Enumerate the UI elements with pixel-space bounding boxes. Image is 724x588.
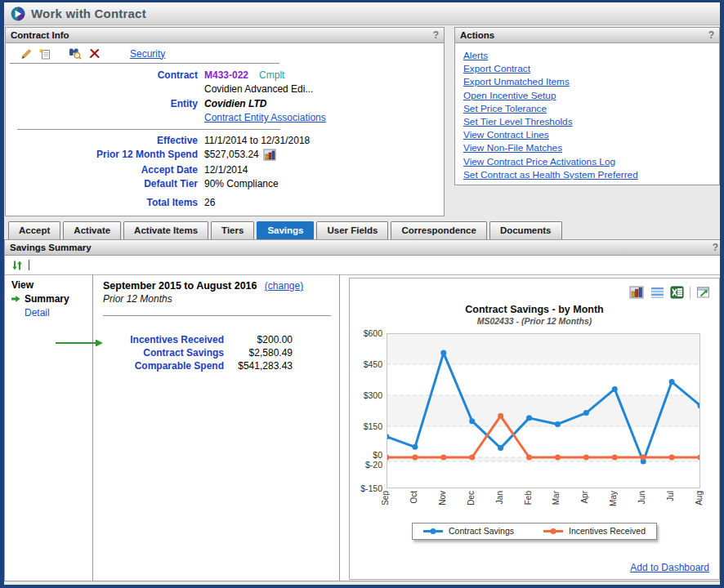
x-tick-label: May — [609, 491, 618, 506]
open-new-window-icon[interactable] — [696, 286, 711, 299]
x-tick-label: Mar — [552, 491, 561, 505]
contract-info-title: Contract Info — [11, 30, 69, 40]
toolbar-separator — [29, 260, 29, 270]
field-value: $527,053.24 — [204, 148, 259, 162]
action-link-export-unmatched-items[interactable]: Export Unmatched Items — [463, 75, 711, 88]
x-tick-label: Nov — [438, 491, 447, 506]
line-chart-plot — [387, 333, 700, 488]
summary-value: $200.00 — [224, 335, 293, 348]
summary-column: September 2015 to August 2016 (change) P… — [94, 274, 340, 581]
edit-pencil-icon[interactable] — [20, 48, 32, 60]
icon-separator — [690, 287, 690, 299]
field-value: 11/1/2014 to 12/31/2018 — [204, 134, 310, 148]
action-link-export-contract[interactable]: Export Contract — [463, 62, 711, 75]
action-link-set-price-tolerance[interactable]: Set Price Tolerance — [463, 102, 711, 115]
x-axis-labels: SepOctNovDecJanFebMarAprMayJunJulAug — [387, 488, 700, 518]
tab-accept[interactable]: Accept — [8, 221, 60, 239]
tab-documents[interactable]: Documents — [489, 221, 562, 239]
y-tick-label: $600 — [364, 328, 382, 338]
fields-divider — [17, 129, 280, 130]
contract-label: Contract — [6, 69, 204, 82]
tab-tiers[interactable]: Tiers — [211, 221, 254, 239]
action-link-view-contract-lines[interactable]: View Contract Lines — [463, 128, 711, 141]
y-tick-label: $0 — [373, 450, 382, 460]
legend-marker — [543, 528, 563, 535]
page-title: Work with Contract — [31, 7, 146, 20]
contract-number: M433-022 — [204, 69, 248, 82]
x-tick-label: Oct — [409, 491, 418, 504]
field-label: Effective — [6, 134, 204, 148]
field-label: Prior 12 Month Spend — [6, 148, 204, 162]
view-heading: View — [11, 279, 92, 291]
summary-table: Incentives Received$200.00 Contract Savi… — [103, 335, 293, 374]
tab-activate[interactable]: Activate — [63, 221, 121, 239]
title-bar: Work with Contract — [4, 2, 720, 25]
tab-user-fields[interactable]: User Fields — [316, 221, 388, 239]
summary-value: $541,283.43 — [224, 361, 293, 374]
tab-savings[interactable]: Savings — [257, 221, 314, 239]
x-tick-label: Aug — [695, 491, 704, 506]
period-note: Prior 12 Months — [103, 293, 339, 305]
help-icon[interactable]: ? — [433, 29, 439, 41]
action-link-set-contract-health-system-preferred[interactable]: Set Contract as Health System Preferred — [463, 168, 711, 181]
chart-view-icon[interactable] — [629, 286, 645, 299]
summary-value: $2,580.49 — [224, 348, 293, 361]
x-tick-label: Apr — [580, 491, 589, 504]
data-table-icon[interactable] — [650, 287, 664, 298]
change-period-link[interactable]: (change) — [265, 280, 303, 292]
period-range: September 2015 to August 2016 — [103, 280, 257, 292]
tab-activate-items[interactable]: Activate Items — [123, 221, 208, 239]
field-value: 26 — [204, 196, 215, 210]
action-link-view-contract-price-activations-log[interactable]: View Contract Price Activations Log — [463, 155, 711, 168]
x-tick-label: Jul — [666, 491, 675, 501]
spend-chart-icon[interactable] — [263, 149, 277, 161]
tab-correspondence[interactable]: Correspondence — [391, 221, 486, 239]
y-tick-label: $300 — [364, 390, 382, 400]
security-link[interactable]: Security — [130, 48, 165, 60]
svg-text:✱: ✱ — [39, 48, 44, 54]
refresh-icon[interactable] — [11, 260, 23, 271]
current-view-arrow-icon — [11, 295, 20, 303]
actions-panel: Actions ? Alerts Export Contract Export … — [454, 27, 720, 185]
find-binoculars-icon[interactable] — [69, 47, 82, 60]
app-logo-icon — [11, 7, 25, 21]
help-icon[interactable]: ? — [713, 242, 718, 253]
summary-label: Comparable Spend — [103, 361, 224, 374]
app-window: Work with Contract Contract Info ? ✱ — [0, 0, 724, 588]
help-icon[interactable]: ? — [708, 29, 714, 41]
contract-status-badge: Cmplt — [259, 69, 284, 82]
action-link-alerts[interactable]: Alerts — [463, 49, 711, 62]
tab-bar: Accept Activate Activate Items Tiers Sav… — [8, 220, 562, 239]
action-link-view-non-file-matches[interactable]: View Non-File Matches — [463, 141, 711, 154]
add-to-dashboard-link[interactable]: Add to Dashboard — [630, 562, 709, 573]
legend-item: Incentives Received — [543, 526, 646, 536]
y-axis-labels: $600$450$300$150$0$-20$-150 — [350, 333, 387, 488]
export-excel-icon[interactable] — [670, 286, 684, 299]
y-tick-label: $-150 — [360, 483, 382, 493]
toolbar-divider — [10, 63, 279, 64]
view-sidebar: View Summary Detail — [5, 274, 93, 581]
copy-note-icon[interactable]: ✱ — [39, 48, 51, 60]
field-value: 90% Compliance — [204, 177, 279, 191]
chart-subtitle: MS02433 - (Prior 12 Months) — [350, 316, 719, 326]
legend-label: Contract Savings — [449, 526, 514, 536]
contract-entity-associations-link[interactable]: Contract Entity Associations — [204, 111, 326, 125]
entity-name: Covidien LTD — [204, 97, 266, 111]
y-tick-label: $450 — [364, 359, 382, 369]
y-tick-label: $-20 — [365, 460, 382, 470]
chart-panel: Contract Savings - by Month MS02433 - (P… — [349, 278, 720, 580]
savings-summary-title: Savings Summary — [10, 243, 92, 252]
legend-marker — [423, 528, 443, 535]
field-label: Default Tier — [6, 177, 204, 191]
action-link-open-incentive-setup[interactable]: Open Incentive Setup — [463, 89, 711, 102]
legend-item: Contract Savings — [423, 526, 514, 536]
chart-legend: Contract SavingsIncentives Received — [412, 523, 657, 540]
legend-label: Incentives Received — [569, 526, 646, 536]
view-option-detail[interactable]: Detail — [25, 307, 50, 318]
view-option-summary[interactable]: Summary — [25, 293, 69, 305]
savings-summary-panel: Savings Summary ? View Summary — [4, 239, 724, 581]
action-link-set-tier-level-thresholds[interactable]: Set Tier Level Thresholds — [463, 115, 711, 128]
field-label: Accept Date — [6, 163, 204, 177]
x-tick-label: Jan — [495, 491, 504, 504]
delete-x-icon[interactable] — [89, 48, 100, 59]
